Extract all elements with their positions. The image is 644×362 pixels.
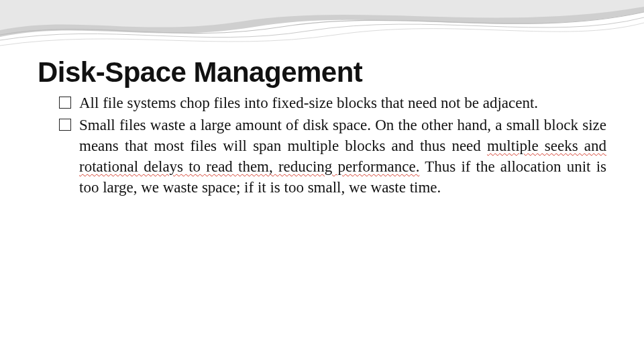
bullet-item: Small files waste a large amount of disk… xyxy=(59,115,606,198)
header-swoosh-decoration xyxy=(0,0,644,60)
bullet-text: All file systems chop files into fixed-s… xyxy=(79,95,538,111)
slide-title: Disk-Space Management xyxy=(38,56,606,88)
bullet-item: All file systems chop files into fixed-s… xyxy=(59,93,606,113)
bullet-list: All file systems chop files into fixed-s… xyxy=(59,93,606,198)
